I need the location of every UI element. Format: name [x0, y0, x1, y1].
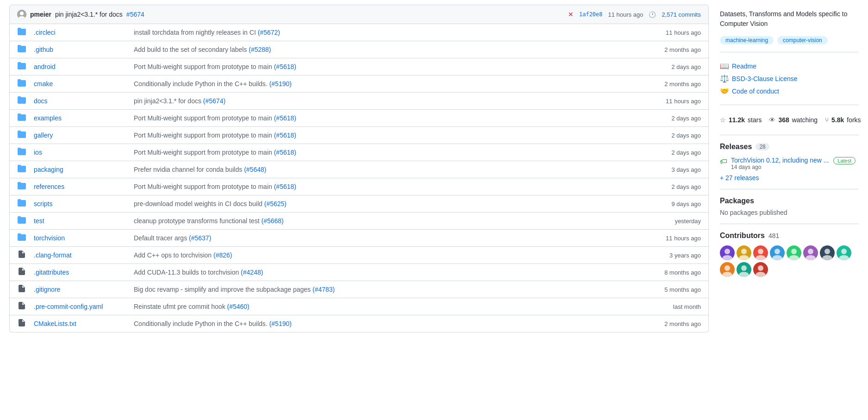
topic-tag-computer-vision[interactable]: computer-vision	[777, 36, 828, 44]
commits-count[interactable]: 2,571 commits	[662, 11, 701, 18]
table-row: scriptspre-download model weights in CI …	[10, 195, 708, 213]
file-commit-message: Add C++ ops to torchvision (#826)	[134, 251, 638, 259]
folder-icon	[17, 96, 26, 106]
contributor-avatar[interactable]	[737, 262, 751, 277]
book-icon: 📖	[720, 62, 728, 70]
folder-icon	[17, 79, 26, 88]
commit-author[interactable]: pmeier	[30, 11, 51, 18]
file-name[interactable]: .circleci	[34, 29, 126, 36]
readme-link[interactable]: 📖 Readme	[720, 60, 859, 72]
file-name[interactable]: CMakeLists.txt	[34, 320, 126, 327]
file-name[interactable]: packaging	[34, 166, 126, 173]
contributor-avatar[interactable]	[770, 245, 785, 260]
folder-icon	[17, 165, 26, 174]
releases-section: Releases 28 🏷 TorchVision 0.12, includin…	[720, 135, 859, 189]
commit-message: pin jinja2<3.1.* for docs	[55, 11, 123, 18]
file-icon	[17, 251, 26, 260]
file-name[interactable]: android	[34, 63, 126, 70]
table-row: androidPort Multi-weight support from pr…	[10, 58, 708, 75]
file-name[interactable]: .pre-commit-config.yaml	[34, 303, 126, 310]
svg-point-22	[739, 272, 749, 277]
file-commit-message: Port Multi-weight support from prototype…	[134, 114, 638, 122]
release-date: 14 days ago	[731, 164, 856, 170]
fork-icon: ⑂	[825, 116, 829, 124]
sidebar: Datasets, Transforms and Models specific…	[720, 5, 859, 415]
file-commit-message: Port Multi-weight support from prototype…	[134, 183, 638, 190]
file-time: 2 days ago	[645, 132, 701, 139]
svg-point-10	[772, 255, 782, 260]
file-commit-message: Port Multi-weight support from prototype…	[134, 63, 638, 70]
file-name[interactable]: references	[34, 183, 126, 190]
contributor-avatar[interactable]	[737, 245, 751, 260]
file-name[interactable]: torchvision	[34, 234, 126, 242]
watching-stat[interactable]: 👁 368 watching	[769, 116, 818, 124]
file-name[interactable]: examples	[34, 114, 126, 122]
file-name[interactable]: .github	[34, 46, 126, 53]
file-commit-message: pre-download model weights in CI docs bu…	[134, 200, 638, 207]
svg-point-12	[789, 255, 799, 260]
star-icon: ☆	[720, 116, 726, 124]
file-time: 8 months ago	[645, 269, 701, 276]
svg-point-17	[841, 249, 847, 254]
contributor-avatar[interactable]	[753, 245, 768, 260]
file-time: 2 days ago	[645, 183, 701, 190]
folder-icon	[17, 182, 26, 191]
stars-stat[interactable]: ☆ 11.2k stars	[720, 116, 762, 124]
file-name[interactable]: gallery	[34, 132, 126, 139]
file-icon	[17, 285, 26, 294]
folder-icon	[17, 199, 26, 208]
file-name[interactable]: test	[34, 217, 126, 225]
table-row: galleryPort Multi-weight support from pr…	[10, 127, 708, 144]
table-row: .gitignoreBig doc revamp - simplify and …	[10, 281, 708, 298]
contributor-avatar[interactable]	[720, 262, 735, 277]
file-name[interactable]: docs	[34, 97, 126, 105]
file-commit-message: Port Multi-weight support from prototype…	[134, 149, 638, 156]
file-commit-message: Default tracer args (#5637)	[134, 234, 638, 242]
file-time: 3 years ago	[645, 252, 701, 259]
releases-title: Releases	[720, 143, 752, 151]
svg-point-7	[758, 249, 763, 254]
file-name[interactable]: .gitattributes	[34, 269, 126, 276]
folder-icon	[17, 45, 26, 54]
svg-point-18	[839, 255, 849, 260]
contributor-avatar[interactable]	[720, 245, 735, 260]
file-name[interactable]: scripts	[34, 200, 126, 207]
contributors-title: Contributors	[720, 232, 765, 240]
packages-title: Packages	[720, 197, 859, 205]
tag-icon: 🏷	[720, 157, 727, 166]
file-commit-message: Conditionally include Python in the C++ …	[134, 320, 638, 327]
table-row: .clang-formatAdd C++ ops to torchvision …	[10, 247, 708, 264]
commit-hash[interactable]: 1af20e8	[579, 11, 603, 18]
file-time: 9 days ago	[645, 201, 701, 207]
file-name[interactable]: .clang-format	[34, 251, 126, 259]
topic-tag-machine-learning[interactable]: machine-learning	[720, 36, 774, 44]
svg-point-11	[791, 249, 797, 254]
file-name[interactable]: ios	[34, 149, 126, 156]
file-icon	[17, 302, 26, 311]
license-link[interactable]: ⚖️ BSD-3-Clause License	[720, 72, 859, 85]
file-name[interactable]: .gitignore	[34, 286, 126, 293]
svg-point-9	[774, 249, 780, 254]
conduct-icon: 🤝	[720, 87, 728, 95]
contributor-avatars	[720, 245, 859, 277]
contributor-avatar[interactable]	[753, 262, 768, 277]
packages-section: Packages No packages published	[720, 189, 859, 224]
file-time: 3 days ago	[645, 166, 701, 173]
contributor-avatar[interactable]	[837, 245, 851, 260]
folder-icon	[17, 131, 26, 140]
forks-stat[interactable]: ⑂ 5.8k forks	[825, 116, 861, 124]
file-commit-message: Add CUDA-11.3 builds to torchvision (#42…	[134, 269, 638, 276]
release-name[interactable]: TorchVision 0.12, including new ...	[731, 157, 829, 164]
svg-point-3	[724, 249, 730, 254]
file-time: 2 days ago	[645, 63, 701, 70]
contributor-avatar[interactable]	[803, 245, 818, 260]
file-commit-message: pin jinja2<3.1.* for docs (#5674)	[134, 97, 638, 105]
commit-pr-link[interactable]: #5674	[126, 11, 144, 18]
file-name[interactable]: cmake	[34, 80, 126, 88]
more-releases-link[interactable]: + 27 releases	[720, 174, 859, 182]
svg-point-13	[808, 249, 813, 254]
contributor-avatar[interactable]	[787, 245, 801, 260]
conduct-link[interactable]: 🤝 Code of conduct	[720, 85, 859, 97]
contributor-avatar[interactable]	[820, 245, 835, 260]
clock-icon: 🕐	[649, 11, 656, 18]
